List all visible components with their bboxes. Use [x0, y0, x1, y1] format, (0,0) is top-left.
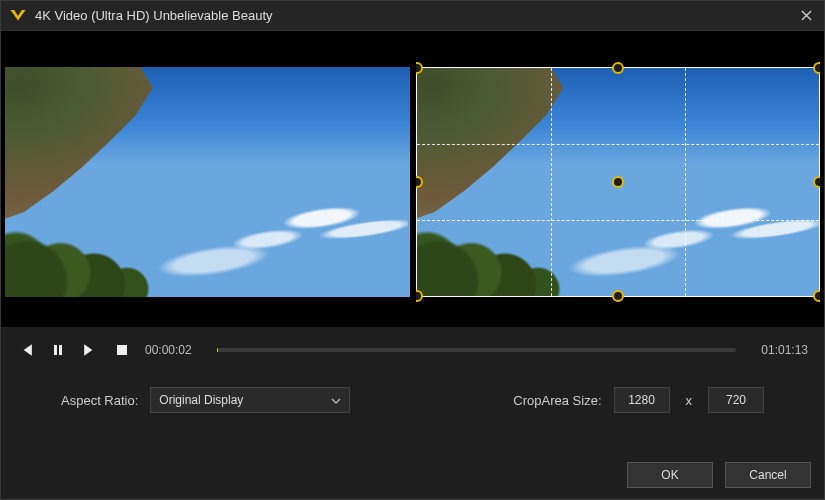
crop-handle-ne[interactable]	[813, 62, 820, 74]
crop-handle-center[interactable]	[612, 176, 624, 188]
preview-original	[5, 35, 410, 327]
crop-height-input[interactable]: 720	[708, 387, 764, 413]
aspect-ratio-group: Aspect Ratio: Original Display	[61, 387, 350, 413]
crop-rectangle[interactable]	[416, 67, 821, 297]
settings-row: Aspect Ratio: Original Display CropArea …	[1, 369, 824, 413]
total-time: 01:01:13	[750, 343, 808, 357]
cancel-button-label: Cancel	[749, 468, 786, 482]
prev-frame-button[interactable]	[17, 341, 35, 359]
svg-rect-2	[117, 345, 127, 355]
next-frame-button[interactable]	[81, 341, 99, 359]
crop-size-label: CropArea Size:	[513, 393, 601, 408]
video-frame-crop	[416, 67, 821, 297]
crop-height-value: 720	[726, 393, 746, 407]
chevron-down-icon	[331, 393, 341, 407]
stop-button[interactable]	[113, 341, 131, 359]
player-controls: 00:00:02 01:01:13	[1, 327, 824, 369]
video-frame-original	[5, 67, 410, 297]
crop-handle-nw[interactable]	[416, 62, 423, 74]
preview-area	[1, 31, 824, 327]
aspect-ratio-value: Original Display	[159, 393, 243, 407]
crop-handle-sw[interactable]	[416, 290, 423, 302]
crop-handle-e[interactable]	[813, 176, 820, 188]
pause-button[interactable]	[49, 341, 67, 359]
dialog-footer: OK Cancel	[627, 462, 811, 488]
window-title: 4K Video (Ultra HD) Unbelievable Beauty	[35, 8, 796, 23]
seek-bar[interactable]	[217, 348, 736, 352]
crop-handle-w[interactable]	[416, 176, 423, 188]
ok-button[interactable]: OK	[627, 462, 713, 488]
crop-width-input[interactable]: 1280	[614, 387, 670, 413]
crop-handle-se[interactable]	[813, 290, 820, 302]
app-logo-icon	[9, 7, 27, 25]
svg-rect-1	[59, 345, 62, 355]
ok-button-label: OK	[661, 468, 678, 482]
crop-size-group: CropArea Size: 1280 x 720	[513, 387, 764, 413]
aspect-ratio-select[interactable]: Original Display	[150, 387, 350, 413]
crop-handle-n[interactable]	[612, 62, 624, 74]
crop-handle-s[interactable]	[612, 290, 624, 302]
titlebar: 4K Video (Ultra HD) Unbelievable Beauty	[1, 1, 824, 31]
crop-width-value: 1280	[628, 393, 655, 407]
preview-crop[interactable]	[416, 35, 821, 327]
close-button[interactable]	[796, 6, 816, 26]
seek-progress	[217, 348, 218, 352]
svg-rect-0	[54, 345, 57, 355]
dimension-separator: x	[682, 393, 697, 408]
aspect-ratio-label: Aspect Ratio:	[61, 393, 138, 408]
current-time: 00:00:02	[145, 343, 203, 357]
cancel-button[interactable]: Cancel	[725, 462, 811, 488]
